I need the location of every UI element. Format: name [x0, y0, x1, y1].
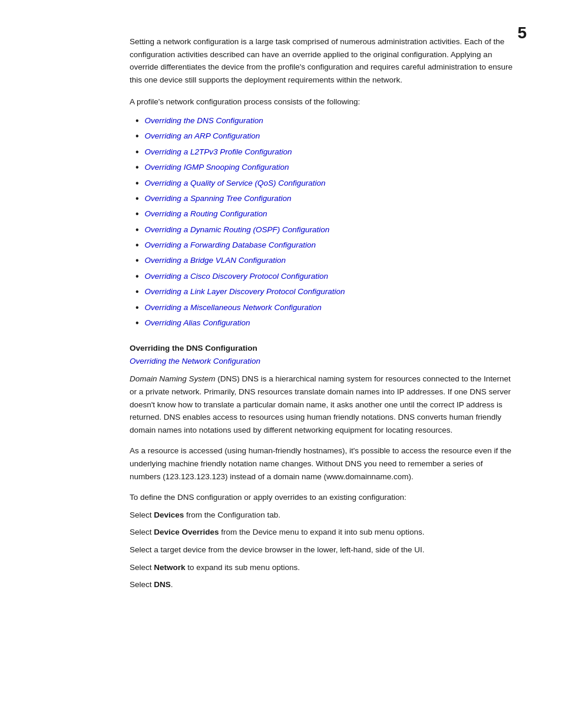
link-spanning[interactable]: Overriding a Spanning Tree Configuration	[145, 192, 292, 205]
network-bold: Network	[154, 563, 185, 572]
link-dns[interactable]: Overriding the DNS Configuration	[145, 114, 263, 127]
devices-bold: Devices	[154, 510, 184, 519]
link-l2tpv3[interactable]: Overriding a L2TPv3 Profile Configuratio…	[145, 146, 292, 159]
link-ospf[interactable]: Overriding a Dynamic Routing (OSPF) Conf…	[145, 223, 330, 236]
list-item: Overriding a Miscellaneous Network Confi…	[130, 301, 515, 314]
list-item: Overriding IGMP Snooping Configuration	[130, 161, 515, 174]
dns-step-4: Select Network to expand its sub menu op…	[130, 561, 515, 574]
dns-step-1: Select Devices from the Configuration ta…	[130, 509, 515, 522]
list-intro: A profile's network configuration proces…	[130, 95, 515, 108]
list-item: Overriding a Bridge VLAN Configuration	[130, 254, 515, 267]
list-item: Overriding a Dynamic Routing (OSPF) Conf…	[130, 223, 515, 236]
intro-paragraph-1: Setting a network configuration is a lar…	[130, 35, 515, 86]
link-arp[interactable]: Overriding an ARP Configuration	[145, 130, 260, 143]
link-cdp[interactable]: Overriding a Cisco Discovery Protocol Co…	[145, 270, 328, 283]
link-igmp[interactable]: Overriding IGMP Snooping Configuration	[145, 161, 289, 174]
device-overrides-bold: Device Overrides	[154, 528, 219, 536]
list-item: Overriding Alias Configuration	[130, 317, 515, 330]
list-item: Overriding a Routing Configuration	[130, 207, 515, 220]
dns-instruction-intro: To define the DNS configuration or apply…	[130, 491, 515, 504]
link-alias[interactable]: Overriding Alias Configuration	[145, 317, 250, 330]
link-qos[interactable]: Overriding a Quality of Service (QoS) Co…	[145, 177, 326, 190]
list-item: Overriding a Cisco Discovery Protocol Co…	[130, 270, 515, 283]
content-area: Setting a network configuration is a lar…	[130, 35, 515, 591]
list-item: Overriding the DNS Configuration	[130, 114, 515, 127]
list-item: Overriding a Link Layer Discovery Protoc…	[130, 285, 515, 298]
dns-step-3: Select a target device from the device b…	[130, 543, 515, 556]
link-network-config[interactable]: Overriding the Network Configuration	[130, 357, 260, 365]
dns-italic-start: Domain Naming System	[130, 374, 216, 383]
list-item: Overriding a Forwarding Database Configu…	[130, 239, 515, 252]
link-bridge-vlan[interactable]: Overriding a Bridge VLAN Configuration	[145, 254, 286, 267]
dns-sublink-container: Overriding the Network Configuration	[130, 356, 515, 365]
page-number: 5	[517, 24, 527, 42]
dns-section-heading: Overriding the DNS Configuration	[130, 344, 515, 353]
list-item: Overriding a Spanning Tree Configuration	[130, 192, 515, 205]
page-container: 5 Setting a network configuration is a l…	[0, 0, 562, 728]
dns-paragraph-2: As a resource is accessed (using human-f…	[130, 444, 515, 483]
link-misc[interactable]: Overriding a Miscellaneous Network Confi…	[145, 301, 322, 314]
link-lldp[interactable]: Overriding a Link Layer Discovery Protoc…	[145, 285, 345, 298]
link-routing[interactable]: Overriding a Routing Configuration	[145, 207, 267, 220]
dns-step-5: Select DNS.	[130, 578, 515, 591]
link-fdb[interactable]: Overriding a Forwarding Database Configu…	[145, 239, 316, 252]
list-item: Overriding a Quality of Service (QoS) Co…	[130, 177, 515, 190]
bullet-list: Overriding the DNS Configuration Overrid…	[130, 114, 515, 330]
list-item: Overriding a L2TPv3 Profile Configuratio…	[130, 146, 515, 159]
list-item: Overriding an ARP Configuration	[130, 130, 515, 143]
dns-paragraph-1: Domain Naming System Domain Naming Syste…	[130, 373, 515, 436]
dns-bold: DNS	[154, 580, 171, 589]
dns-step-2: Select Device Overrides from the Device …	[130, 526, 515, 539]
